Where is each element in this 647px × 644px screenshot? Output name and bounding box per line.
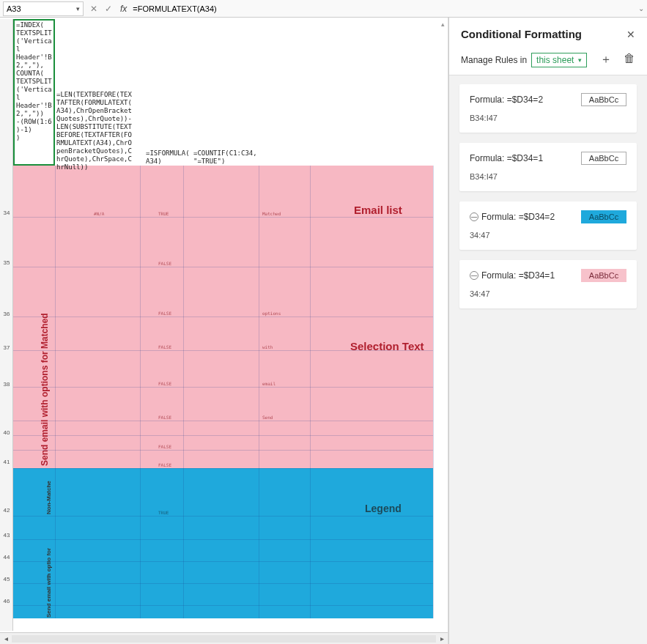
row-label[interactable]: 40	[0, 429, 13, 436]
rule-sample: AaBbCc	[581, 269, 626, 282]
formula-bar: A33 ▾ ✕ ✓ fx ⌄	[0, 0, 647, 18]
cell-value: Send	[262, 415, 273, 420]
formula-input[interactable]	[131, 4, 635, 14]
row-label[interactable]: 45	[0, 576, 13, 582]
cell-b33[interactable]: =LEN(TEXTBEFORE(TEX TAFTER(FORMULATEXT( …	[56, 91, 144, 171]
spreadsheet[interactable]: ▴ 34 35 36 37 38 40 41 42 43 44 45 46	[0, 18, 448, 644]
grid-line	[259, 166, 259, 618]
cell-value: Matched	[262, 211, 281, 216]
grid-line	[55, 166, 56, 618]
grid-line	[13, 267, 433, 267]
horizontal-scrollbar[interactable]: ◂ ▸	[0, 632, 448, 644]
selected-cell-a33[interactable]: =INDEX( TEXTSPLIT ('Vertica l Header'!B …	[13, 19, 55, 166]
cell-value: TRUE	[158, 211, 169, 216]
cell-value: FALSE	[158, 462, 171, 467]
scope-dropdown[interactable]: this sheet ▾	[531, 53, 587, 67]
grid-line	[13, 561, 433, 562]
grid-line	[13, 435, 433, 436]
rules-list: Formula: =$D34=2 AaBbCc B34:I47 Formula:…	[449, 75, 647, 317]
stop-if-true-icon	[470, 212, 478, 221]
label-email-list: Email list	[354, 204, 402, 216]
grid-line	[13, 605, 433, 606]
cell-value: with	[262, 344, 273, 349]
cell-value: FALSE	[158, 261, 171, 266]
fx-icon[interactable]: fx	[120, 4, 127, 14]
row-label[interactable]: 41	[0, 459, 13, 465]
grid-line	[13, 516, 433, 517]
scroll-left-icon[interactable]: ◂	[0, 634, 12, 643]
row-label[interactable]: 43	[0, 532, 13, 538]
grid-line	[13, 421, 433, 421]
scroll-right-icon[interactable]: ▸	[436, 634, 448, 643]
cell-value: TRUE	[158, 510, 169, 515]
accept-formula-icon[interactable]: ✓	[101, 1, 116, 16]
rule-range: B34:I47	[470, 172, 626, 181]
cell-value: #N/A	[94, 211, 104, 216]
rule-range: B34:I47	[470, 114, 626, 122]
cell-value: email	[262, 381, 276, 386]
rule-card[interactable]: Formula: =$D34=2 AaBbCc B34:I47	[459, 84, 637, 133]
cell-value: FALSE	[158, 415, 171, 420]
rule-formula: Formula: =$D34=2	[470, 212, 555, 222]
grid-line	[13, 583, 433, 584]
row-label[interactable]: 35	[0, 259, 13, 266]
rule-card[interactable]: Formula: =$D34=1 AaBbCc 34:47	[459, 260, 637, 308]
close-icon[interactable]: ✕	[626, 29, 635, 40]
rule-sample: AaBbCc	[581, 93, 626, 106]
cell-value: FALSE	[158, 311, 171, 316]
grid-line	[13, 539, 433, 540]
cancel-formula-icon[interactable]: ✕	[86, 1, 101, 16]
grid-line	[13, 217, 433, 218]
grid-line	[433, 166, 434, 618]
grid-line	[13, 387, 433, 388]
blue-region	[13, 468, 433, 618]
row-header-gutter: 34 35 36 37 38 40 41 42 43 44 45 46	[0, 19, 13, 631]
row-label[interactable]: 37	[0, 344, 13, 351]
label-selection-text: Selection Text	[350, 340, 424, 352]
row-label[interactable]: 42	[0, 507, 13, 514]
pane-title: Conditional Formatting	[461, 28, 582, 40]
vertical-label-nonmatched: Non-Matche	[45, 470, 52, 514]
chevron-down-icon: ▾	[76, 5, 80, 12]
conditional-formatting-pane: Conditional Formatting ✕ Manage Rules in…	[448, 18, 647, 644]
scroll-track[interactable]	[12, 635, 436, 643]
rule-range: 34:47	[470, 231, 626, 240]
rule-formula: Formula: =$D34=1	[470, 270, 555, 281]
vertical-label-send: Send email with optio for	[45, 519, 52, 618]
delete-rule-icon[interactable]: 🗑	[624, 52, 635, 67]
rule-card[interactable]: Formula: =$D34=2 AaBbCc 34:47	[459, 201, 637, 250]
cell-value: options	[262, 311, 281, 316]
grid-line	[183, 166, 184, 618]
expand-formula-bar-icon[interactable]: ⌄	[635, 4, 647, 12]
label-legend: Legend	[365, 503, 402, 514]
rule-sample: AaBbCc	[581, 210, 626, 223]
name-box[interactable]: A33 ▾	[3, 1, 84, 16]
row-label[interactable]: 46	[0, 598, 13, 604]
rule-formula: Formula: =$D34=1	[470, 153, 543, 163]
cell-c33[interactable]: =ISFORMULA( A34)	[146, 149, 197, 166]
rule-formula: Formula: =$D34=2	[470, 95, 543, 105]
chevron-down-icon: ▾	[578, 56, 582, 64]
name-box-value: A33	[7, 4, 21, 13]
manage-rules-label: Manage Rules in	[461, 55, 527, 65]
stop-if-true-icon	[470, 271, 478, 280]
scope-value: this sheet	[536, 55, 574, 65]
rule-range: 34:47	[470, 289, 626, 298]
add-rule-icon[interactable]: ＋	[600, 52, 612, 67]
cell-value: FALSE	[158, 444, 171, 449]
rule-card[interactable]: Formula: =$D34=1 AaBbCc B34:I47	[459, 143, 637, 191]
cell-grid[interactable]: =INDEX( TEXTSPLIT ('Vertica l Header'!B …	[13, 19, 440, 631]
row-label[interactable]: 36	[0, 311, 13, 317]
cell-value: FALSE	[158, 381, 171, 386]
rule-sample: AaBbCc	[581, 152, 626, 165]
vertical-label-matched: Send email with options for Matched	[40, 173, 50, 466]
grid-line	[13, 317, 433, 317]
row-label[interactable]: 34	[0, 210, 13, 216]
grid-line	[310, 166, 311, 618]
cell-d33[interactable]: =COUNTIF(C1:C34, "=TRUE")	[193, 149, 274, 166]
row-label[interactable]: 44	[0, 554, 13, 560]
grid-line	[13, 450, 433, 451]
cell-value: FALSE	[158, 344, 171, 349]
row-label[interactable]: 38	[0, 381, 13, 388]
grid-line	[13, 468, 433, 469]
